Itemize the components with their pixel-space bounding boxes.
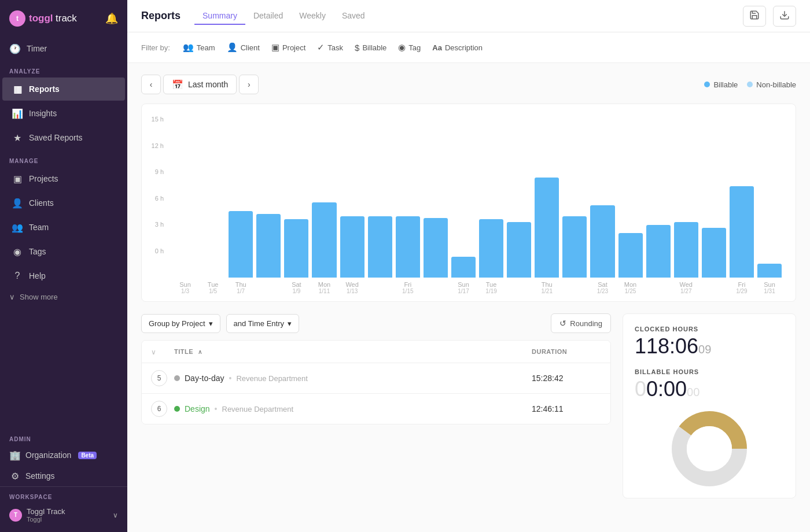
bottom-section: Group by Project ▾ and Time Entry ▾ ↺ Ro… [141,313,796,498]
prev-date-button[interactable]: ‹ [141,75,161,94]
filter-project[interactable]: ▣ Project [266,39,311,56]
date-range-label[interactable]: 📅 Last month [163,75,237,94]
timer-item[interactable]: 🕐 Timer [0,37,127,60]
admin-section-label: ADMIN [0,428,127,445]
workspace-section: WORKSPACE T Toggl Track Toggl ∨ [0,486,127,532]
chart-container: 15 h 12 h 9 h 6 h 3 h 0 h Sun1/3Tue1/5Th… [141,104,796,302]
pie-svg [672,411,747,486]
filter-tag[interactable]: ◉ Tag [392,39,426,56]
col-duration-header[interactable]: DURATION [532,348,601,355]
workspace-sub: Toggl [27,516,65,523]
chart-bar[interactable] [730,186,754,278]
chart-bar[interactable] [757,264,782,278]
tab-weekly[interactable]: Weekly [291,8,334,25]
title-sort-arrow: ∧ [198,349,203,355]
chart-bar-group [730,139,754,278]
chart-bar[interactable] [590,205,614,278]
project-name-1: Day-to-day [185,374,224,383]
chart-bar-group [562,139,587,278]
chart-bar[interactable] [396,216,420,278]
group-by-select[interactable]: Group by Project ▾ [141,314,220,333]
x-label [702,281,726,294]
filter-client[interactable]: 👤 Client [221,39,266,56]
x-label [507,281,531,294]
chart-bar[interactable] [646,225,671,278]
chart-bar[interactable] [702,228,726,278]
sidebar-item-team[interactable]: 👥 Team [2,216,125,239]
sidebar-item-clients[interactable]: 👤 Clients [2,191,125,215]
projects-label: Projects [29,174,58,183]
filter-billable[interactable]: $ Billable [349,40,392,56]
chart-bar[interactable] [368,216,392,278]
tab-saved[interactable]: Saved [334,8,373,25]
chart-bar[interactable] [451,257,476,278]
rounding-button[interactable]: ↺ Rounding [551,313,611,333]
chart-bar-group [674,139,698,278]
workspace-item[interactable]: T Toggl Track Toggl ∨ [9,505,118,525]
next-date-button[interactable]: › [239,75,259,94]
download-button[interactable] [773,6,796,27]
row-duration-2: 12:46:11 [532,404,601,413]
chart-bar-group [646,139,671,278]
bell-icon[interactable]: 🔔 [105,12,118,25]
filter-team[interactable]: 👥 Team [177,39,221,56]
num-badge-2: 6 [151,401,167,417]
chart-bar[interactable] [340,216,365,278]
billable-filter-label: Billable [362,43,386,52]
project-dot-1 [174,375,180,381]
x-label: Wed1/27 [674,281,698,294]
sidebar-item-organization[interactable]: 🏢 Organization Beta [0,445,127,466]
show-more-button[interactable]: ∨ Show more [0,288,127,306]
tab-summary[interactable]: Summary [194,8,245,25]
sidebar-item-saved-reports[interactable]: ★ Saved Reports [2,126,125,149]
beta-badge: Beta [78,452,97,459]
save-report-button[interactable] [743,6,766,27]
chart-bar[interactable] [618,233,643,278]
sidebar-item-settings[interactable]: ⚙ Settings [0,466,127,486]
analyze-section-label: ANALYZE [0,60,127,77]
chart-bar[interactable] [256,214,281,278]
page-title: Reports [141,10,181,22]
chart-y-labels: 15 h 12 h 9 h 6 h 3 h 0 h [151,116,168,254]
sort-arrow-down: ∨ [151,348,156,356]
row-duration-1: 15:28:42 [532,374,601,383]
sidebar-item-insights[interactable]: 📊 Insights [2,102,125,125]
sidebar-item-reports[interactable]: ▦ Reports [2,77,125,101]
x-label: Mon1/11 [312,281,336,294]
sidebar-item-projects[interactable]: ▣ Projects [2,167,125,190]
team-label: Team [29,223,49,232]
chart-bar[interactable] [674,222,698,278]
project-dot-2 [174,406,180,412]
chart-bar[interactable] [312,202,336,278]
and-time-entry-select[interactable]: and Time Entry ▾ [226,314,299,333]
row-title-1[interactable]: Day-to-day • Revenue Department [174,374,532,383]
team-filter-label: Team [197,43,215,52]
group-by-label: Group by Project [149,319,205,328]
chart-bar[interactable] [535,178,559,278]
chart-bar[interactable] [507,222,531,278]
client-name-2: Revenue Department [222,405,294,413]
tab-detailed[interactable]: Detailed [245,8,291,25]
chart-bar[interactable] [229,211,253,278]
chart-bar[interactable] [424,218,448,278]
filter-description[interactable]: Aa Description [426,40,488,55]
sidebar-item-tags[interactable]: ◉ Tags [2,240,125,263]
chart-bar[interactable] [479,219,503,278]
billable-hours-value: 00:0000 [635,379,784,400]
chart-bar[interactable] [284,219,308,278]
rounding-label: Rounding [570,319,602,328]
y-label-0h: 0 h [151,247,164,254]
chart-bar-group [702,139,726,278]
chart-with-labels: 15 h 12 h 9 h 6 h 3 h 0 h Sun1/3Tue1/5Th… [151,116,786,294]
col-title-header[interactable]: TITLE ∧ [174,348,532,355]
x-label: Sat1/23 [590,281,614,294]
filter-task[interactable]: ✓ Task [311,39,349,56]
chart-bar-group [201,139,225,278]
show-more-label: Show more [20,293,58,301]
chart-bar[interactable] [562,216,587,278]
row-title-2[interactable]: Design • Revenue Department [174,404,532,413]
insights-label: Insights [29,109,57,118]
and-chevron: ▾ [288,319,292,328]
sidebar-item-help[interactable]: ? Help [2,264,125,287]
workspace-avatar: T [9,509,22,522]
